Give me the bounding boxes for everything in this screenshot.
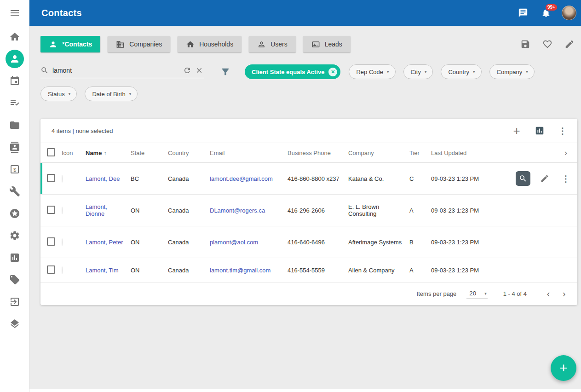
building-icon bbox=[116, 40, 125, 49]
sidebar-item-tags[interactable] bbox=[4, 269, 26, 291]
row-checkbox[interactable] bbox=[47, 174, 55, 182]
tab-leads[interactable]: Leads bbox=[303, 36, 351, 52]
sidebar-item-address-book[interactable] bbox=[4, 136, 26, 158]
refresh-icon bbox=[183, 66, 191, 75]
search-input[interactable] bbox=[52, 67, 177, 74]
items-per-page-value: 20 bbox=[469, 290, 476, 297]
sidebar-item-reports[interactable] bbox=[4, 247, 26, 269]
filter-chip-country[interactable]: Country ▾ bbox=[441, 64, 481, 79]
column-last-updated[interactable]: Last Updated bbox=[431, 150, 500, 156]
column-country[interactable]: Country bbox=[168, 150, 210, 156]
cell-phone: 416-640-6496 bbox=[288, 239, 348, 246]
items-per-page-select[interactable]: 20 ▾ bbox=[466, 289, 487, 299]
tab-households[interactable]: Households bbox=[178, 36, 242, 52]
sidebar-item-tools[interactable] bbox=[4, 180, 26, 202]
preview-contact-button[interactable] bbox=[516, 171, 530, 186]
contact-name-link[interactable]: Lamont, Dionne bbox=[86, 203, 107, 217]
contact-name-link[interactable]: Lamont, Peter bbox=[86, 239, 123, 246]
card-toolbar: 4 items | none selected + ⋮ bbox=[40, 119, 577, 143]
gear-icon bbox=[9, 230, 20, 241]
sidebar-item-exit[interactable] bbox=[4, 291, 26, 313]
next-page-button[interactable]: › bbox=[556, 286, 572, 302]
star-circle-icon bbox=[9, 208, 20, 219]
chat-button[interactable] bbox=[516, 6, 530, 20]
previous-page-button[interactable]: ‹ bbox=[541, 286, 556, 302]
tab-users[interactable]: Users bbox=[249, 36, 296, 52]
remove-filter-icon[interactable]: ✕ bbox=[328, 68, 337, 76]
table-row[interactable]: Lamont, Tim ON Canada lamont.tim@gmail.c… bbox=[40, 258, 577, 282]
user-menu-button[interactable] bbox=[562, 6, 576, 20]
select-all-checkbox[interactable] bbox=[47, 148, 55, 156]
sidebar-item-tasks[interactable] bbox=[4, 92, 26, 114]
filter-chip-date-of-birth[interactable]: Date of Birth ▾ bbox=[85, 86, 138, 101]
contact-email-link[interactable]: lamont.dee@gmail.com bbox=[210, 175, 273, 182]
contact-email-link[interactable]: lamont.tim@gmail.com bbox=[210, 267, 270, 274]
sidebar-item-billing[interactable]: $ bbox=[4, 158, 26, 180]
more-options-button[interactable]: ⋮ bbox=[554, 122, 571, 139]
filter-chip-company[interactable]: Company ▾ bbox=[489, 64, 535, 79]
add-contact-fab[interactable]: + bbox=[551, 355, 576, 381]
chip-label: City bbox=[411, 69, 421, 75]
tab-contacts[interactable]: *Contacts bbox=[40, 36, 100, 52]
tab-label: Leads bbox=[325, 40, 342, 48]
sidebar-item-calendar[interactable] bbox=[4, 70, 26, 92]
column-name[interactable]: Name↑ bbox=[86, 150, 131, 156]
row-checkbox[interactable] bbox=[47, 237, 55, 246]
chevron-right-icon: › bbox=[563, 288, 566, 299]
chip-label: Company bbox=[497, 69, 523, 75]
column-email[interactable]: Email bbox=[210, 150, 288, 156]
page-title: Contacts bbox=[41, 8, 82, 18]
filter-chip-rep-code[interactable]: Rep Code ▾ bbox=[349, 64, 395, 79]
table-row[interactable]: Lamont, Dionne ON Canada DLamont@rogers.… bbox=[40, 195, 577, 226]
tab-label: Users bbox=[270, 40, 288, 48]
sidebar-item-home[interactable] bbox=[4, 26, 26, 48]
table-row[interactable]: Lamont, Dee BC Canada lamont.dee@gmail.c… bbox=[40, 163, 577, 195]
column-business-phone[interactable]: Business Phone bbox=[288, 150, 348, 156]
cell-tier: A bbox=[409, 207, 431, 214]
filter-button[interactable] bbox=[218, 64, 233, 79]
contact-email-link[interactable]: plamont@aol.com bbox=[210, 239, 258, 246]
edit-contact-button[interactable] bbox=[538, 172, 552, 185]
content: *Contacts Companies Households Users Lea… bbox=[29, 26, 581, 389]
contact-avatar bbox=[62, 207, 63, 214]
column-company[interactable]: Company bbox=[348, 150, 409, 156]
table-row[interactable]: Lamont, Peter ON Canada plamont@aol.com … bbox=[40, 226, 577, 258]
column-icon[interactable]: Icon bbox=[62, 150, 86, 156]
column-label: Name bbox=[86, 150, 102, 156]
contact-name-link[interactable]: Lamont, Tim bbox=[86, 267, 119, 274]
save-view-button[interactable] bbox=[520, 39, 530, 49]
contact-email-link[interactable]: DLamont@rogers.ca bbox=[210, 207, 265, 214]
sidebar-item-contacts[interactable] bbox=[4, 48, 26, 70]
sort-asc-icon: ↑ bbox=[104, 150, 106, 156]
sidebar-item-layers[interactable] bbox=[4, 313, 26, 335]
column-state[interactable]: State bbox=[131, 150, 168, 156]
row-checkbox[interactable] bbox=[47, 206, 55, 214]
contact-name-link[interactable]: Lamont, Dee bbox=[86, 175, 120, 182]
row-more-options-button[interactable]: ⋮ bbox=[559, 172, 573, 185]
exit-to-app-icon bbox=[9, 296, 20, 307]
edit-view-button[interactable] bbox=[564, 39, 575, 49]
filter-chip-status[interactable]: Status ▾ bbox=[40, 86, 77, 101]
column-tier[interactable]: Tier bbox=[409, 150, 431, 156]
notifications-button[interactable]: 99+ bbox=[539, 6, 553, 20]
expand-columns-button[interactable]: › bbox=[559, 146, 573, 160]
analytics-button[interactable] bbox=[531, 122, 548, 139]
sidebar-item-files[interactable] bbox=[4, 114, 26, 136]
plus-icon: + bbox=[559, 361, 568, 375]
appbar: Contacts 99+ bbox=[29, 0, 581, 26]
bar-chart-icon bbox=[9, 252, 20, 263]
clear-search-button[interactable] bbox=[194, 65, 204, 75]
add-column-button[interactable]: + bbox=[508, 122, 525, 139]
favorite-view-button[interactable] bbox=[542, 39, 552, 49]
sidebar-item-featured[interactable] bbox=[4, 202, 26, 225]
refresh-search-button[interactable] bbox=[182, 65, 192, 75]
menu-button[interactable] bbox=[4, 2, 26, 24]
sidebar-item-settings[interactable] bbox=[4, 225, 26, 247]
contact-avatar bbox=[62, 238, 63, 246]
filter-chip-city[interactable]: City ▾ bbox=[403, 64, 433, 79]
tab-companies[interactable]: Companies bbox=[108, 36, 170, 52]
tabs-row: *Contacts Companies Households Users Lea… bbox=[40, 36, 577, 52]
row-checkbox[interactable] bbox=[47, 265, 55, 274]
active-filter-chip[interactable]: Client State equals Active ✕ bbox=[245, 64, 340, 79]
chevron-down-icon: ▾ bbox=[484, 291, 487, 296]
